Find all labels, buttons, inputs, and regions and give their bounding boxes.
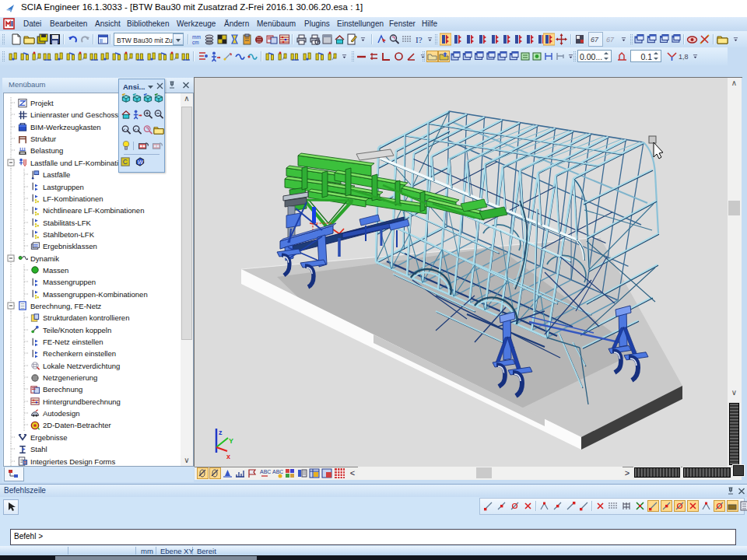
svg-text:C: C xyxy=(123,158,128,166)
svg-text:W: W xyxy=(138,159,144,166)
svg-text:ABC: ABC xyxy=(272,469,283,474)
svg-text:Y: Y xyxy=(229,437,233,445)
svg-text:cm: cm xyxy=(192,40,199,45)
svg-text:x: x xyxy=(226,453,230,460)
svg-text:ABC: ABC xyxy=(260,469,271,474)
svg-text:1,8: 1,8 xyxy=(679,53,689,61)
svg-text:mm: mm xyxy=(192,34,201,40)
svg-text:67: 67 xyxy=(606,36,615,44)
svg-text:67: 67 xyxy=(591,36,599,44)
svg-text:z: z xyxy=(219,429,223,436)
svg-text:I?: I? xyxy=(416,35,423,44)
